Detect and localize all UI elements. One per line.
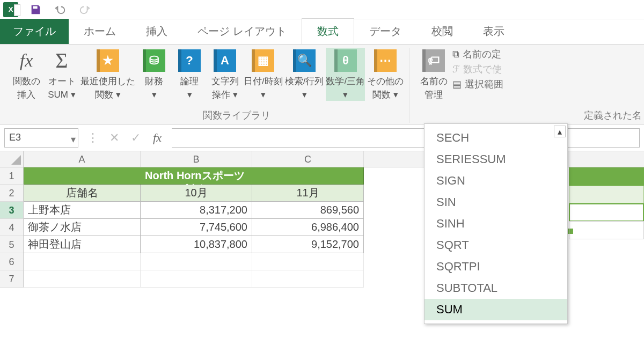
- title-cell[interactable]: [252, 167, 364, 185]
- search-icon: 🔍: [293, 49, 316, 72]
- tab-formulas[interactable]: 数式: [302, 18, 354, 44]
- scroll-up-icon[interactable]: ▴: [554, 126, 566, 137]
- data-cell[interactable]: 神田登山店: [24, 236, 141, 253]
- title-cell[interactable]: North Hornスポーツショップ店舗: [141, 167, 252, 185]
- empty-cell[interactable]: [252, 270, 364, 288]
- redo-icon[interactable]: [77, 2, 92, 17]
- empty-cell[interactable]: [141, 270, 252, 288]
- empty-cell[interactable]: [252, 253, 364, 270]
- save-icon[interactable]: [28, 2, 43, 17]
- data-cell[interactable]: 10,837,800: [141, 236, 252, 253]
- empty-cell[interactable]: [141, 253, 252, 270]
- data-cell[interactable]: 869,560: [252, 202, 364, 219]
- question-icon: ?: [178, 49, 201, 72]
- row-header[interactable]: 4: [0, 219, 24, 236]
- coins-icon: ⛁: [143, 49, 165, 72]
- title-cell[interactable]: [24, 167, 141, 185]
- ribbon-formulas: fx 関数の 挿入 Σ オート SUM ▾ ★ 最近使用した 関数 ▾ ⛁ 財務…: [0, 44, 644, 124]
- row-header[interactable]: 5: [0, 236, 24, 253]
- financial-label: 財務: [145, 76, 163, 87]
- list-item[interactable]: SQRT: [425, 234, 567, 256]
- insert-function-label2: 挿入: [17, 89, 35, 100]
- tab-review[interactable]: 校閲: [416, 19, 468, 44]
- list-item[interactable]: SINH: [425, 213, 567, 234]
- list-item[interactable]: SECH: [425, 127, 567, 149]
- dropdown-mark: ▾: [152, 89, 157, 100]
- tab-view[interactable]: 表示: [468, 19, 519, 44]
- col-header-C[interactable]: C: [252, 151, 364, 167]
- namemgr-label1: 名前の: [420, 76, 448, 87]
- logical-button[interactable]: ? 論理 ▾: [173, 48, 206, 101]
- enter-icon[interactable]: ✓: [127, 129, 145, 147]
- row-header[interactable]: 6: [0, 253, 24, 270]
- autosum-label1: オート: [48, 76, 76, 87]
- more-functions-button[interactable]: ⋯ その他の 関数 ▾: [367, 48, 404, 101]
- header-cell[interactable]: 店舗名: [24, 185, 141, 202]
- tab-home[interactable]: ホーム: [69, 19, 131, 44]
- data-cell[interactable]: 御茶ノ水店: [24, 219, 141, 236]
- list-item[interactable]: SIGN: [425, 170, 567, 192]
- data-cell[interactable]: 7,745,600: [141, 219, 252, 236]
- chevron-down-icon[interactable]: ▾: [71, 134, 76, 145]
- tab-insert[interactable]: 挿入: [131, 19, 182, 44]
- math-label: 数学/三角: [326, 76, 365, 87]
- data-cell[interactable]: 9,152,700: [252, 236, 364, 253]
- header-cell[interactable]: 10月: [141, 185, 252, 202]
- row-header[interactable]: 1: [0, 167, 24, 185]
- logical-label: 論理: [180, 76, 199, 87]
- data-cell[interactable]: 上野本店: [24, 202, 141, 219]
- autosum-label2: SUM ▾: [48, 89, 76, 100]
- col-header-A[interactable]: A: [24, 151, 141, 167]
- title-band-right: [569, 167, 644, 186]
- lookup-button[interactable]: 🔍 検索/行列 ▾: [285, 48, 324, 101]
- namemgr-label2: 管理: [425, 89, 443, 100]
- far-cell[interactable]: [569, 221, 644, 239]
- autosum-button[interactable]: Σ オート SUM ▾: [45, 48, 78, 101]
- empty-cell[interactable]: [24, 253, 141, 270]
- insert-function-label1: 関数の: [13, 76, 40, 87]
- recent-label2: 関数 ▾: [95, 89, 121, 100]
- header-cell[interactable]: 11月: [252, 185, 364, 202]
- name-box[interactable]: E3 ▾: [4, 128, 78, 148]
- data-cell[interactable]: 8,317,200: [141, 202, 252, 219]
- row-header[interactable]: 2: [0, 185, 24, 202]
- math-trig-button[interactable]: θ 数学/三角 ▾: [326, 48, 365, 101]
- col-header-B[interactable]: B: [141, 151, 252, 167]
- row-header[interactable]: 3: [0, 202, 24, 219]
- text-button[interactable]: A 文字列 操作 ▾: [208, 48, 241, 101]
- insert-function-button[interactable]: fx 関数の 挿入: [10, 48, 43, 101]
- datetime-label: 日付/時刻: [244, 76, 283, 87]
- recent-label1: 最近使用した: [80, 76, 135, 87]
- empty-cell[interactable]: [24, 270, 141, 288]
- text-a-icon: A: [214, 49, 236, 72]
- tab-data[interactable]: データ: [354, 19, 416, 44]
- theta-icon: θ: [334, 49, 357, 72]
- list-item[interactable]: SQRTPI: [425, 256, 567, 277]
- star-icon: ★: [97, 49, 119, 72]
- tab-page-layout[interactable]: ページ レイアウト: [182, 19, 302, 44]
- list-item[interactable]: SUBTOTAL: [425, 277, 567, 299]
- financial-button[interactable]: ⛁ 財務 ▾: [137, 48, 171, 101]
- far-header-cell[interactable]: [569, 186, 644, 203]
- ribbon-group-library-label: 関数ライブラリ: [203, 109, 270, 122]
- active-cell-outline[interactable]: [569, 203, 644, 222]
- create-from-selection-button[interactable]: ▤ 選択範囲: [452, 78, 503, 91]
- select-all-triangle[interactable]: [0, 151, 24, 167]
- lookup-label: 検索/行列: [285, 76, 324, 87]
- name-manager-button[interactable]: 🏷 名前の 管理: [417, 48, 450, 101]
- tab-file[interactable]: ファイル: [0, 19, 69, 44]
- row-header[interactable]: 7: [0, 270, 24, 288]
- cancel-icon[interactable]: ✕: [105, 129, 123, 147]
- define-name-button[interactable]: ⧉ 名前の定: [452, 48, 503, 61]
- formula-bar-input[interactable]: [172, 128, 640, 148]
- recent-functions-button[interactable]: ★ 最近使用した 関数 ▾: [80, 48, 135, 101]
- list-item[interactable]: SIN: [425, 192, 567, 213]
- undo-icon[interactable]: [53, 2, 68, 17]
- data-cell[interactable]: 6,986,400: [252, 219, 364, 236]
- ellipsis-icon: ⋯: [374, 49, 397, 72]
- datetime-button[interactable]: ▦ 日付/時刻 ▾: [244, 48, 283, 101]
- use-in-formula-button[interactable]: ℱ 数式で使: [452, 63, 503, 76]
- list-item[interactable]: SUM: [425, 299, 567, 320]
- list-item[interactable]: SERIESSUM: [425, 149, 567, 170]
- fx-icon[interactable]: fx: [148, 129, 166, 147]
